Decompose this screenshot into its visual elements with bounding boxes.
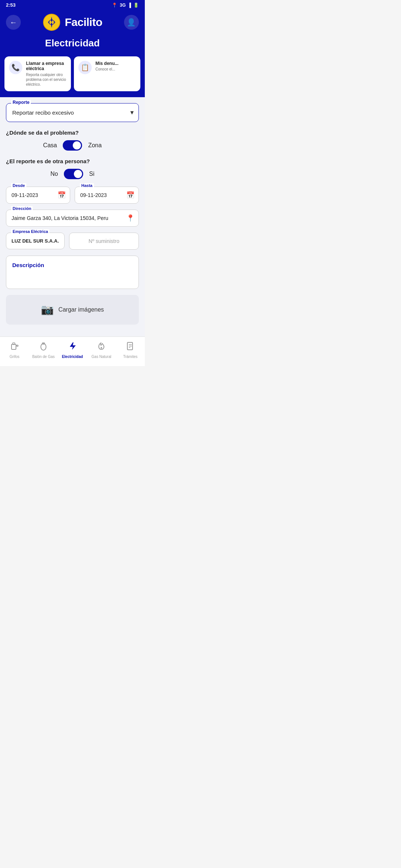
logo-text: Facilito <box>65 16 102 29</box>
bottom-nav: Grifos Balón de Gas Electricidad Gas Nat… <box>0 336 145 366</box>
reporte-label: Reporte <box>11 100 31 105</box>
electricidad-icon <box>68 341 77 353</box>
date-row: Desde 📅 Hasta 📅 <box>6 187 139 204</box>
upload-label: Cargar imágenes <box>58 306 104 313</box>
nav-item-tramites[interactable]: Trámites <box>116 340 145 360</box>
reports-card-text: Mis denu... Conoce el... <box>95 61 136 72</box>
empresa-field: Empresa Eléctrica LUZ DEL SUR S.A.A. <box>6 233 65 250</box>
hasta-field: Hasta 📅 <box>75 187 139 204</box>
call-card-desc: Reporta cualquier otro problema con el s… <box>26 72 66 87</box>
header: ← Facilito 👤 <box>0 10 145 37</box>
gas-natural-icon <box>97 341 106 353</box>
reports-card-title: Mis denu... <box>95 61 136 66</box>
page-title-bar: Electricidad <box>0 37 145 56</box>
desde-label: Desde <box>11 183 26 188</box>
my-reports-card[interactable]: 📋 Mis denu... Conoce el... <box>74 56 140 91</box>
hasta-calendar-icon: 📅 <box>126 191 134 199</box>
svg-rect-3 <box>13 343 15 345</box>
nav-item-gas-natural[interactable]: Gas Natural <box>87 340 116 360</box>
nav-label-balon-gas: Balón de Gas <box>32 355 55 359</box>
signal-icon: ▐ <box>128 3 131 8</box>
address-field: Dirección 📍 <box>6 210 139 227</box>
location-pin-icon: 📍 <box>126 214 134 222</box>
call-card-text: Llamar a empresa eléctrica Reporta cualq… <box>26 61 66 87</box>
nav-item-grifos[interactable]: Grifos <box>0 340 29 360</box>
no-si-toggle-row: No Si <box>6 169 139 179</box>
nav-label-tramites: Trámites <box>123 355 138 359</box>
other-person-question: ¿El reporte es de otra persona? <box>6 158 139 164</box>
call-company-card[interactable]: 📞 Llamar a empresa eléctrica Reporta cua… <box>4 56 71 91</box>
description-field[interactable]: Descripción <box>6 256 139 289</box>
reporte-dropdown-wrapper: Reporte Reportar recibo excesivo ▾ <box>6 103 139 122</box>
action-cards: 📞 Llamar a empresa eléctrica Reporta cua… <box>0 56 145 97</box>
casa-zona-toggle[interactable] <box>63 140 82 151</box>
tramites-icon <box>125 341 135 353</box>
where-question: ¿Dónde se da el problema? <box>6 129 139 136</box>
zona-label: Zona <box>88 142 101 149</box>
nav-label-electricidad: Electricidad <box>62 355 83 359</box>
status-bar: 2:53 📍 3G ▐ 🔋 <box>0 0 145 10</box>
desde-calendar-icon: 📅 <box>58 191 66 199</box>
reporte-select[interactable]: Reportar recibo excesivo <box>6 103 139 122</box>
hasta-label: Hasta <box>80 183 94 188</box>
network-indicator: 3G <box>120 3 125 8</box>
profile-button[interactable]: 👤 <box>124 15 139 30</box>
grifos-icon <box>10 341 19 353</box>
camera-icon: 📷 <box>41 303 54 316</box>
logo-icon <box>42 13 61 32</box>
direccion-label: Dirección <box>11 206 33 211</box>
main-content: Reporte Reportar recibo excesivo ▾ ¿Dónd… <box>0 97 145 336</box>
si-label: Si <box>89 171 94 177</box>
casa-label: Casa <box>43 142 57 149</box>
call-card-title: Llamar a empresa eléctrica <box>26 61 66 72</box>
battery-icon: 🔋 <box>133 3 139 8</box>
suministro-field[interactable]: Nº suministro <box>69 233 139 250</box>
desde-field: Desde 📅 <box>6 187 70 204</box>
reports-card-desc: Conoce el... <box>95 67 136 72</box>
nav-label-gas-natural: Gas Natural <box>91 355 111 359</box>
balon-gas-icon <box>39 341 48 353</box>
suministro-label: Nº suministro <box>89 238 120 244</box>
image-upload[interactable]: 📷 Cargar imágenes <box>6 295 139 325</box>
direccion-input[interactable] <box>6 210 139 227</box>
nav-item-electricidad[interactable]: Electricidad <box>58 340 87 360</box>
status-indicators: 📍 3G ▐ 🔋 <box>112 3 139 8</box>
reports-icon: 📋 <box>78 61 92 74</box>
empresa-value: LUZ DEL SUR S.A.A. <box>6 233 65 249</box>
no-si-toggle[interactable] <box>64 169 83 179</box>
company-row: Empresa Eléctrica LUZ DEL SUR S.A.A. Nº … <box>6 233 139 250</box>
phone-icon: 📞 <box>9 61 22 74</box>
nav-label-grifos: Grifos <box>10 355 20 359</box>
location-icon: 📍 <box>112 3 117 8</box>
back-button[interactable]: ← <box>6 15 21 30</box>
status-time: 2:53 <box>6 2 16 8</box>
profile-icon: 👤 <box>127 18 136 27</box>
no-label: No <box>50 171 58 177</box>
descripcion-label: Descripción <box>12 262 44 268</box>
page-title: Electricidad <box>6 37 139 49</box>
svg-rect-2 <box>12 344 16 349</box>
logo-container: Facilito <box>42 13 102 32</box>
casa-zona-toggle-row: Casa Zona <box>6 140 139 151</box>
nav-item-balon-gas[interactable]: Balón de Gas <box>29 340 58 360</box>
back-arrow-icon: ← <box>10 18 17 27</box>
empresa-label: Empresa Eléctrica <box>11 229 49 234</box>
